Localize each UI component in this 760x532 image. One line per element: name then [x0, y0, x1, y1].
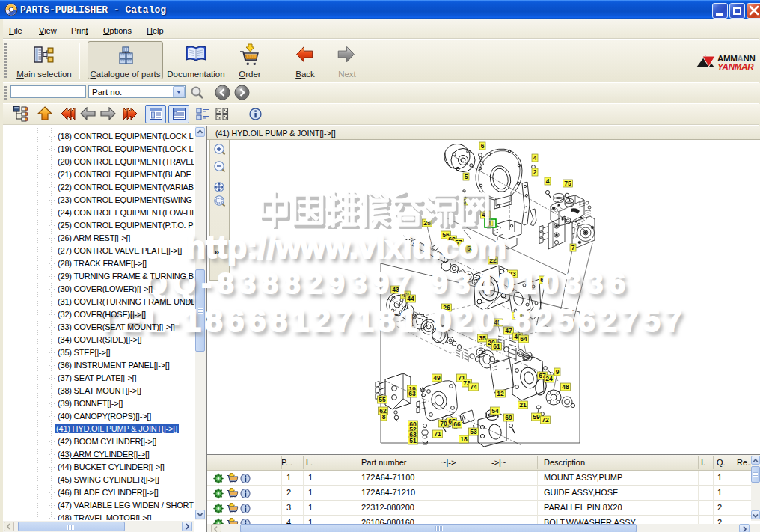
svg-text:54: 54 — [491, 407, 499, 415]
svg-text:63: 63 — [408, 390, 416, 397]
svg-text:8: 8 — [382, 413, 386, 421]
svg-text:2: 2 — [533, 168, 537, 176]
svg-text:51: 51 — [409, 437, 417, 444]
svg-text:21: 21 — [519, 401, 527, 409]
svg-text:61: 61 — [493, 343, 500, 350]
svg-text:24: 24 — [545, 375, 553, 382]
svg-text:74: 74 — [470, 383, 477, 391]
svg-text:6: 6 — [481, 142, 485, 150]
svg-text:55: 55 — [379, 396, 386, 403]
svg-text:49: 49 — [433, 374, 441, 382]
svg-text:69: 69 — [505, 414, 512, 421]
svg-text:72: 72 — [542, 416, 549, 424]
svg-text:YANMAR: YANMAR — [717, 62, 754, 70]
svg-text:4: 4 — [533, 154, 537, 162]
svg-text:9: 9 — [556, 368, 560, 376]
svg-text:4: 4 — [546, 177, 550, 185]
svg-text:70: 70 — [440, 420, 447, 427]
svg-text:5: 5 — [465, 173, 468, 180]
svg-text:66: 66 — [453, 421, 461, 428]
svg-text:59: 59 — [533, 413, 540, 421]
svg-text:75: 75 — [564, 180, 571, 187]
svg-text:53: 53 — [470, 428, 477, 435]
svg-text:71: 71 — [434, 430, 441, 438]
svg-text:12: 12 — [497, 390, 504, 397]
svg-text:7: 7 — [571, 244, 575, 251]
svg-text:18: 18 — [460, 435, 468, 443]
svg-text:48: 48 — [562, 383, 569, 391]
